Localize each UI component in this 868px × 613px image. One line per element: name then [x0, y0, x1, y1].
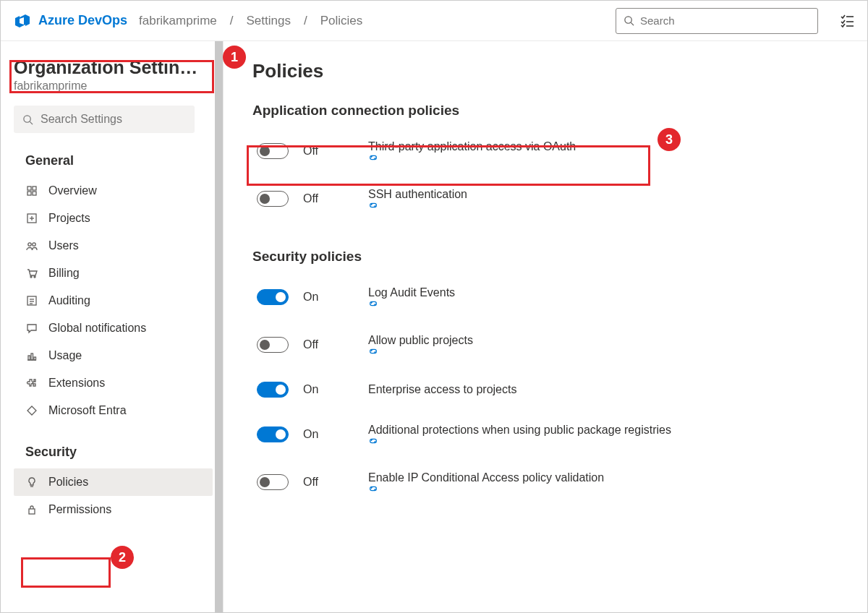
policy-name: Third-party application access via OAuth	[368, 140, 580, 162]
link-icon[interactable]	[368, 153, 580, 162]
svg-point-15	[33, 243, 35, 246]
svg-rect-8	[33, 187, 36, 190]
svg-point-14	[28, 243, 31, 246]
policy-row: OffAllow public projects	[252, 321, 838, 369]
sidebar: Organization Settin… fabrikamprime Gener…	[1, 41, 224, 612]
link-icon[interactable]	[368, 347, 477, 356]
sidebar-item-label: Usage	[48, 349, 82, 362]
search-icon	[624, 15, 634, 26]
svg-point-16	[30, 276, 32, 278]
svg-line-6	[30, 121, 33, 124]
sidebar-group-general: General	[25, 153, 213, 168]
toggle-state-label: On	[303, 428, 332, 441]
svg-rect-27	[29, 509, 35, 514]
link-icon[interactable]	[368, 201, 472, 210]
breadcrumb-org[interactable]: fabrikamprime	[139, 14, 217, 28]
svg-rect-25	[34, 357, 36, 360]
sidebar-item-label: Billing	[48, 267, 80, 280]
callout-badge-2: 2	[111, 546, 134, 569]
svg-rect-23	[28, 356, 30, 360]
callout-badge-1: 1	[223, 46, 246, 69]
org-name: fabrikamprime	[14, 80, 213, 93]
sidebar-item-projects[interactable]: Projects	[14, 205, 213, 232]
svg-rect-9	[27, 192, 31, 195]
sidebar-item-usage[interactable]: Usage	[14, 342, 213, 369]
chart-icon	[25, 349, 38, 362]
policy-toggle[interactable]	[257, 426, 289, 442]
policy-toggle[interactable]	[257, 337, 289, 353]
toggle-state-label: Off	[303, 192, 332, 205]
main-content: Policies Application connection policies…	[224, 41, 867, 612]
sidebar-item-global-notifications[interactable]: Global notifications	[14, 314, 213, 342]
sidebar-search[interactable]	[14, 106, 195, 133]
breadcrumb-sep: /	[230, 14, 234, 28]
link-icon[interactable]	[368, 484, 608, 493]
policy-name: Enable IP Conditional Access policy vali…	[368, 471, 608, 493]
sidebar-item-users[interactable]: Users	[14, 232, 213, 260]
breadcrumb-sep: /	[304, 14, 307, 28]
link-icon[interactable]	[368, 299, 459, 308]
toggle-state-label: Off	[303, 476, 332, 489]
policy-row: OffSSH authentication	[252, 175, 838, 223]
sidebar-item-permissions[interactable]: Permissions	[14, 496, 213, 523]
policy-row: OffThird-party application access via OA…	[252, 127, 838, 175]
puzzle-icon	[25, 377, 38, 390]
policy-row: OnLog Audit Events	[252, 273, 838, 321]
chat-icon	[25, 322, 38, 335]
callout-badge-3: 3	[658, 128, 681, 151]
policy-name: Allow public projects	[368, 334, 477, 356]
azure-devops-logo-icon	[14, 12, 31, 30]
top-header: Azure DevOps fabrikamprime / Settings / …	[1, 1, 867, 41]
toggle-state-label: On	[303, 383, 332, 396]
sidebar-item-microsoft-entra[interactable]: Microsoft Entra	[14, 397, 213, 424]
policy-row: OnEnterprise access to projects	[252, 369, 838, 411]
org-settings-title: Organization Settin…	[14, 57, 202, 78]
policy-toggle[interactable]	[257, 191, 289, 207]
toggle-state-label: Off	[303, 338, 332, 351]
scrollbar[interactable]	[215, 41, 223, 612]
diamond-icon	[25, 404, 38, 417]
breadcrumb-policies[interactable]: Policies	[320, 14, 363, 28]
sidebar-group-security: Security	[25, 445, 213, 460]
search-icon	[22, 114, 33, 125]
cart-icon	[25, 267, 38, 280]
plus-box-icon	[25, 212, 38, 225]
sidebar-item-label: Auditing	[48, 294, 90, 307]
policy-row: OnAdditional protections when using publ…	[252, 411, 838, 458]
users-icon	[25, 239, 38, 252]
sidebar-item-label: Policies	[48, 476, 88, 489]
sidebar-item-label: Overview	[48, 184, 97, 197]
bulb-icon	[25, 476, 38, 489]
sidebar-search-input[interactable]	[41, 113, 186, 126]
global-search[interactable]	[616, 8, 818, 34]
sidebar-item-label: Permissions	[48, 503, 111, 516]
sidebar-item-label: Extensions	[48, 377, 105, 390]
global-search-input[interactable]	[640, 14, 810, 27]
sidebar-item-extensions[interactable]: Extensions	[14, 369, 213, 397]
sidebar-item-billing[interactable]: Billing	[14, 260, 213, 287]
policy-toggle[interactable]	[257, 382, 289, 398]
sidebar-item-label: Users	[48, 239, 79, 252]
policy-toggle[interactable]	[257, 143, 289, 159]
sidebar-item-policies[interactable]: Policies	[14, 468, 213, 496]
policy-toggle[interactable]	[257, 474, 289, 490]
svg-rect-10	[33, 192, 36, 195]
sidebar-item-overview[interactable]: Overview	[14, 177, 213, 205]
svg-rect-7	[27, 187, 31, 190]
grid-icon	[25, 184, 38, 197]
brand-label[interactable]: Azure DevOps	[38, 13, 127, 28]
breadcrumb-settings[interactable]: Settings	[246, 14, 290, 28]
sidebar-item-auditing[interactable]: Auditing	[14, 287, 213, 314]
toggle-state-label: Off	[303, 145, 332, 158]
section-title: Application connection policies	[252, 103, 838, 119]
svg-line-1	[631, 22, 634, 25]
sidebar-item-label: Global notifications	[48, 322, 146, 335]
policy-name: Enterprise access to projects	[368, 383, 516, 396]
policy-toggle[interactable]	[257, 289, 289, 305]
sidebar-item-label: Projects	[48, 212, 90, 225]
policy-name: Log Audit Events	[368, 286, 459, 308]
section-title: Security policies	[252, 249, 838, 265]
link-icon[interactable]	[368, 437, 676, 445]
svg-point-0	[625, 17, 631, 23]
task-list-icon[interactable]	[840, 14, 854, 28]
